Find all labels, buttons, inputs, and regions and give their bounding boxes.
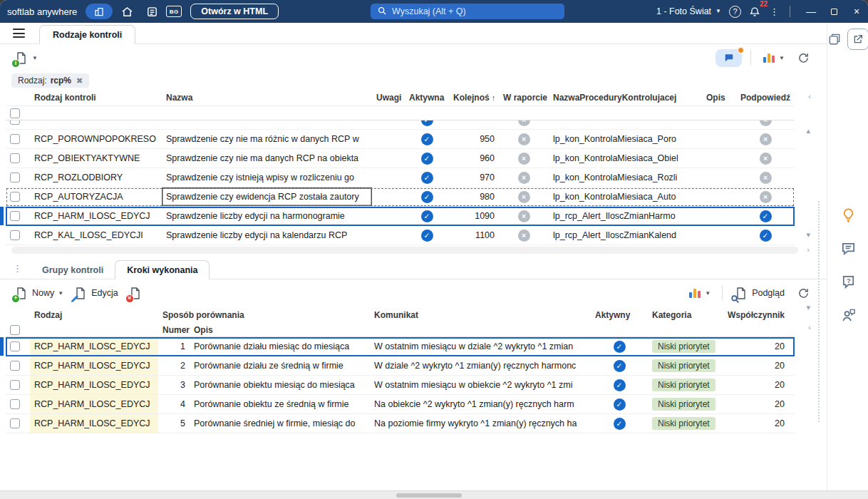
aktywny-status-icon: ✓ [614,341,626,353]
app-title: softlab anywhere [7,6,77,17]
row-checkbox[interactable] [10,399,20,409]
remove-filter-icon[interactable]: ✖ [76,76,83,86]
scroll-down-icon[interactable]: ▾ [806,231,810,239]
search-input[interactable] [392,6,558,16]
nowy-button[interactable]: + Nowy ▼ [11,284,66,302]
bg-module-icon[interactable]: BG [166,6,182,17]
help-icon[interactable]: ? [729,6,741,18]
row-checkbox[interactable] [10,173,20,182]
table-row[interactable]: RCP_HARM_ILOSC_EDYCJ Sprawdzenie liczby … [6,207,795,226]
feedback-person-icon[interactable] [840,307,857,324]
edycja-button[interactable]: Edycja [71,284,121,302]
column-header-w-raporcie[interactable]: W raporcie [499,90,549,106]
more-options-icon[interactable]: ⋮ [768,6,780,17]
table-row[interactable]: ✓ × × [6,120,795,130]
column-header-opis[interactable]: Opis [190,323,370,336]
row-checkbox[interactable] [10,211,20,221]
chart-view-button[interactable]: ▼ [686,286,713,300]
tab-kroki-wykonania[interactable]: Kroki wykonania [115,260,210,279]
company-selector[interactable]: 1 - Foto Świat ▼ [656,6,721,16]
chart-view-button[interactable]: ▼ [760,51,787,65]
panel-splitter[interactable] [818,201,820,422]
horizontal-scrollbar[interactable]: › [11,247,798,254]
row-checkbox[interactable] [10,418,20,428]
cell-kategoria: Niski priorytet [648,414,723,433]
scroll-right-icon[interactable]: › [807,245,810,254]
workspaces-icon[interactable] [827,32,842,46]
table-row[interactable]: RCP_HARM_ILOSC_EDYCJ 3 Porównanie obiekt… [6,376,795,395]
column-header-wspolczynnik[interactable]: Współczynnik [723,307,795,323]
column-header-kolejnosc[interactable]: Kolejnoś ↑ [449,90,499,106]
column-header-podpowiedz[interactable]: Podpowiedź [736,90,795,106]
select-all-checkbox[interactable] [10,108,20,118]
collapse-panel-icon[interactable]: ‹ [808,93,811,101]
refresh-button[interactable] [795,51,812,66]
bottom-scrollbar[interactable] [0,490,868,499]
cell-opis: Porównanie średniej w firmie, miesiąc do [190,414,370,433]
column-header-procedura[interactable]: NazwaProceduryKontrolujacej [549,90,702,106]
column-header-aktywna[interactable]: Aktywna [405,90,449,106]
table-row[interactable]: RCP_OBIEKTYAKTYWNE Sprawdzenie czy nie m… [6,149,795,168]
cell-nazwa: Sprawdzenie czy istnieją wpisy w rozlicz… [162,168,372,187]
aktywna-status-icon: ✓ [421,210,433,222]
column-header-numer[interactable]: Numer [158,323,190,336]
aktywna-status-icon: ✓ [421,230,433,242]
open-side-panel-button[interactable] [847,29,868,50]
minimize-button[interactable]: — [800,0,822,23]
column-header-uwagi[interactable]: Uwagi [372,90,405,106]
column-header-opis[interactable]: Opis [702,90,736,106]
menu-icon[interactable] [13,29,25,38]
filter-chip[interactable]: Rodzaj: rcp% ✖ [11,73,89,88]
table-row[interactable]: RCP_HARM_ILOSC_EDYCJ 5 Porównanie średni… [6,414,795,433]
maximize-button[interactable] [822,0,845,23]
row-checkbox[interactable] [10,361,20,371]
cell-aktywny: ✓ [591,356,648,375]
row-checkbox[interactable] [10,341,20,351]
cell-aktywny: ✓ [591,376,648,394]
table-row[interactable]: RCP_HARM_ILOSC_EDYCJ 1 Porównanie działu… [6,337,795,356]
column-header-rodzaj-kontroli[interactable]: Rodzaj kontroli [30,90,162,106]
select-all-checkbox[interactable] [10,325,20,335]
collapse-panel-icon[interactable]: ‹ [808,324,811,331]
collapse-grid-icon[interactable]: ▾ [806,304,810,312]
row-checkbox[interactable] [10,153,20,163]
table-row[interactable]: RCP_HARM_ILOSC_EDYCJ 4 Porównanie obiekt… [6,395,795,414]
row-checkbox[interactable] [10,230,20,240]
table-row[interactable]: RCP_POROWNPOPOKRESO Sprawdzenie czy nie … [6,130,795,149]
column-header-sposob-porownania[interactable]: Sposób porównania [158,307,370,323]
table-row[interactable]: RCP_AUTORYZACJA Sprawdzenie czy ewidencj… [6,187,795,207]
scroll-up-icon[interactable]: ▴ [806,127,810,135]
cell-kolejnosc [449,120,499,130]
column-header-rodzaj[interactable]: Rodzaj [30,307,158,323]
row-checkbox[interactable] [10,380,20,390]
column-header-aktywny[interactable]: Aktywny [591,307,648,323]
close-button[interactable]: × [845,0,868,23]
tab-grupy-kontroli[interactable]: Grupy kontroli [31,260,115,279]
table-row[interactable]: RCP_KAL_ILOSC_EDYCJI Sprawdzenie liczby … [6,226,795,245]
column-header-nazwa[interactable]: Nazwa [162,90,372,106]
drag-handle-icon[interactable]: ⋮ [13,263,22,274]
comments-button[interactable] [715,49,742,67]
column-header-kategoria[interactable]: Kategoria [648,307,723,323]
usun-button[interactable]: × [125,284,145,302]
column-header-komunikat[interactable]: Komunikat [370,307,591,323]
help-chat-icon[interactable]: ? [840,274,857,290]
global-search[interactable] [371,4,564,19]
table-row[interactable]: RCP_HARM_ILOSC_EDYCJ 2 Porównanie działu… [6,356,795,376]
row-checkbox[interactable] [10,120,20,125]
comments-panel-icon[interactable] [840,240,857,257]
company-module-icon[interactable] [86,4,113,19]
podglad-button[interactable]: Podgląd [731,284,787,302]
record-info-button[interactable]: i ▼ [11,49,41,67]
refresh-button[interactable] [795,286,812,301]
notifications-bell-icon[interactable]: 22 [749,6,760,18]
row-checkbox[interactable] [10,134,20,144]
tab-rodzaje-kontroli[interactable]: Rodzaje kontroli [39,25,135,44]
scrollbar-thumb[interactable] [396,493,462,498]
home-icon[interactable] [116,4,138,19]
row-checkbox[interactable] [10,192,20,202]
open-in-html-button[interactable]: Otwórz w HTML [190,4,279,19]
table-row[interactable]: RCP_ROZLODBIORY Sprawdzenie czy istnieją… [6,168,795,187]
news-icon[interactable] [141,4,162,19]
assistant-lightbulb-icon[interactable] [840,207,857,223]
